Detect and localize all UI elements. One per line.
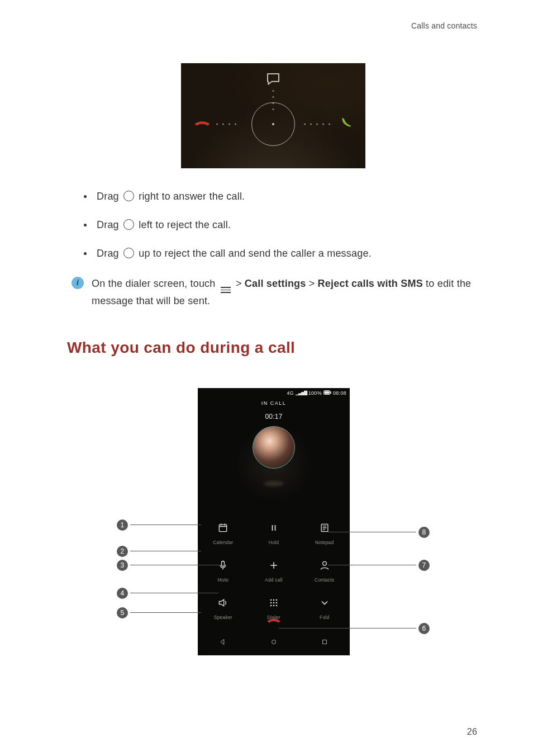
- svg-point-7: [270, 599, 272, 601]
- svg-point-13: [270, 604, 272, 606]
- svg-point-10: [270, 602, 272, 603]
- hangup-icon: [193, 116, 211, 133]
- callout-3: 3: [117, 560, 221, 571]
- drag-circle-icon: [123, 219, 134, 230]
- menu-icon: [221, 287, 231, 293]
- status-bar: 4G ▁▃▅▇ 100% 08:08: [287, 390, 346, 396]
- button-label: Speaker: [214, 615, 232, 620]
- list-item-text: right to answer the call.: [139, 191, 245, 202]
- button-label: Calendar: [213, 540, 233, 545]
- android-navbar: [198, 637, 350, 649]
- phone-icon: [341, 117, 353, 132]
- list-item-text: left to reject the call.: [139, 219, 231, 230]
- running-header: Calls and contacts: [411, 21, 477, 30]
- button-label: Add call: [265, 577, 283, 583]
- callout-2: 2: [117, 546, 201, 557]
- phone-screenshot: 4G ▁▃▅▇ 100% 08:08 IN CALL 00:17 Calenda…: [198, 388, 350, 655]
- add-call-button[interactable]: Add call: [249, 560, 299, 583]
- drag-prefix: Drag: [97, 248, 122, 259]
- callout-badge: 1: [117, 519, 128, 531]
- drag-circle-icon: [123, 248, 134, 258]
- in-call-figure: 4G ▁▃▅▇ 100% 08:08 IN CALL 00:17 Calenda…: [117, 388, 430, 673]
- list-item-text: up to reject the call and send the calle…: [139, 248, 372, 259]
- svg-rect-17: [322, 640, 326, 644]
- list-item: Drag up to reject the call and send the …: [84, 247, 479, 261]
- svg-point-9: [276, 599, 278, 601]
- callout-badge: 4: [117, 588, 128, 599]
- signal-icon: ▁▃▅▇: [296, 390, 307, 395]
- drag-prefix: Drag: [97, 219, 122, 230]
- note-bold-reject-sms: Reject calls with SMS: [318, 278, 423, 289]
- call-timer: 00:17: [198, 413, 350, 420]
- svg-rect-2: [330, 391, 331, 394]
- drag-prefix: Drag: [97, 191, 122, 202]
- nav-back-icon[interactable]: [219, 637, 227, 649]
- svg-point-14: [273, 604, 275, 606]
- svg-point-16: [272, 640, 275, 644]
- button-label: Notepad: [315, 540, 334, 545]
- message-icon: [265, 71, 282, 91]
- callout-1: 1: [117, 519, 201, 531]
- svg-rect-5: [222, 561, 225, 566]
- pause-icon: [268, 522, 279, 536]
- instruction-list: Drag right to answer the call. Drag left…: [84, 190, 479, 261]
- hold-button[interactable]: Hold: [249, 522, 299, 545]
- callout-badge: 8: [418, 527, 430, 538]
- svg-point-15: [276, 604, 278, 606]
- callout-badge: 7: [418, 560, 430, 571]
- svg-rect-1: [324, 391, 329, 394]
- fold-button[interactable]: Fold: [299, 597, 350, 620]
- callout-8: 8: [328, 527, 430, 538]
- note-sep: >: [309, 278, 318, 289]
- button-label: Fold: [320, 615, 329, 620]
- svg-point-12: [276, 602, 278, 603]
- keypad-icon: [268, 597, 279, 611]
- callout-badge: 5: [117, 607, 128, 618]
- nav-recent-icon[interactable]: [321, 637, 329, 649]
- button-label: Mute: [217, 577, 229, 583]
- note-bold-call-settings: Call settings: [245, 278, 306, 289]
- list-item: Drag left to reject the call.: [84, 218, 479, 232]
- svg-rect-3: [220, 525, 227, 532]
- note-sep: >: [236, 278, 245, 289]
- callout-badge: 3: [117, 560, 128, 571]
- svg-point-8: [273, 599, 275, 601]
- clock-text: 08:08: [333, 390, 346, 396]
- calendar-icon: [217, 522, 229, 536]
- page-number: 26: [467, 727, 477, 737]
- list-item: Drag right to answer the call.: [84, 190, 479, 204]
- contact-avatar: [253, 426, 295, 469]
- info-icon: i: [72, 277, 84, 289]
- incoming-call-screenshot: [181, 63, 365, 168]
- section-heading: What you can do during a call: [67, 339, 479, 357]
- svg-point-11: [273, 602, 275, 603]
- nav-home-icon[interactable]: [270, 637, 278, 649]
- callout-4: 4: [117, 588, 218, 599]
- battery-pct: 100%: [308, 390, 322, 396]
- network-type: 4G: [287, 390, 294, 396]
- speaker-icon: [217, 597, 229, 611]
- callout-badge: 6: [418, 623, 430, 634]
- calendar-button[interactable]: Calendar: [198, 522, 249, 545]
- button-label: Hold: [269, 540, 279, 545]
- callout-5: 5: [117, 607, 201, 618]
- button-label: Contacts: [315, 577, 334, 583]
- note-text: On the dialer screen, touch: [92, 278, 218, 289]
- svg-point-6: [322, 561, 326, 565]
- callout-badge: 2: [117, 546, 128, 557]
- speaker-button[interactable]: Speaker: [198, 597, 249, 620]
- in-call-label: IN CALL: [198, 400, 350, 406]
- callout-6: 6: [279, 623, 430, 634]
- info-note: i On the dialer screen, touch > Call set…: [72, 276, 479, 310]
- plus-icon: [268, 560, 279, 574]
- battery-icon: [323, 390, 331, 396]
- chevron-down-icon: [319, 597, 330, 611]
- drag-circle-icon: [123, 191, 134, 201]
- callout-7: 7: [328, 560, 430, 571]
